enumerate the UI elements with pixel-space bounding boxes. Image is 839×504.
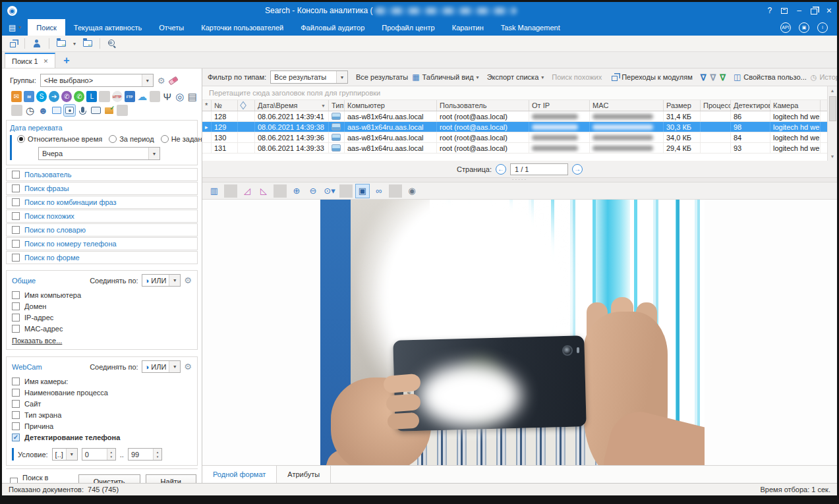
condition-to-stepper[interactable]: 99 ▴▾ (128, 448, 162, 461)
table-row[interactable]: 131 08.06.2021 14:39:33 aas-w81x64ru.aas… (202, 143, 837, 154)
keylogger-icon[interactable] (90, 105, 101, 116)
search-in-found-row[interactable]: Поиск в найденном (10, 476, 73, 484)
column-size[interactable]: Размер (664, 100, 701, 111)
column-filetype[interactable]: Тип фа (329, 100, 345, 111)
groups-settings-icon[interactable]: ⚙ (158, 76, 165, 86)
device-search-icon[interactable]: ◎ (175, 91, 185, 102)
usb-icon[interactable]: Ψ (162, 91, 173, 102)
eye-icon[interactable]: ◉ (405, 184, 419, 198)
lync-icon[interactable]: L (86, 91, 97, 102)
search-similar-button[interactable]: Поиск похожих (552, 73, 602, 81)
scroll-up-icon[interactable]: ▲ (830, 86, 835, 95)
menu-tab[interactable]: Файловый аудитор (292, 19, 373, 36)
ftp-icon[interactable]: FTP (125, 91, 135, 102)
zoom-in-icon[interactable]: ⊕ (290, 184, 303, 198)
common-settings-icon[interactable]: ⚙ (184, 275, 192, 285)
checkbox[interactable] (12, 171, 20, 179)
checkbox[interactable] (12, 314, 20, 322)
close-tab-icon[interactable]: ✕ (43, 58, 49, 65)
spin-down-icon[interactable]: ▾ (157, 455, 159, 459)
column-process[interactable]: Процесс (701, 100, 731, 111)
flip-left-icon[interactable]: ◿ (241, 184, 254, 198)
export-search-icon[interactable] (55, 38, 68, 49)
filter-checkbox-row[interactable]: Домен (12, 300, 192, 312)
export-dropdown-icon[interactable]: ▾ (73, 41, 76, 47)
filter-funnel-outline-icon[interactable]: ∇ (710, 72, 716, 82)
folder-check-icon[interactable] (103, 105, 115, 116)
all-results-button[interactable]: Все результаты (356, 73, 408, 81)
checkbox[interactable] (12, 389, 20, 397)
table-view-button[interactable]: ▦ Табличный вид ▾ (412, 72, 478, 82)
filter-checkbox-row[interactable]: Имя камеры: (12, 376, 192, 387)
table-scrollbar[interactable]: ▲ ▼ (827, 86, 837, 161)
viber-icon[interactable]: ✆ (61, 91, 72, 102)
webcam-icon[interactable] (64, 105, 75, 116)
export-list-button[interactable]: Экспорт списка ▾ (487, 73, 544, 81)
checkbox[interactable] (12, 325, 20, 333)
chevron-down-icon[interactable]: ▾ (66, 449, 77, 460)
column-user[interactable]: Пользователь (437, 100, 529, 111)
filter-checkbox-row[interactable]: Причина (12, 420, 192, 432)
layout-windows-icon[interactable] (6, 38, 19, 49)
checkbox[interactable] (12, 422, 20, 430)
import-search-icon[interactable] (81, 38, 94, 49)
chevron-down-icon[interactable]: ▾ (169, 361, 180, 372)
tab-poisk-1[interactable]: Поиск 1 ✕ (5, 53, 55, 68)
table-row[interactable]: 129 08.06.2021 14:39:38 aas-w81x64ru.aas… (202, 122, 837, 132)
radio-option[interactable]: За период (109, 135, 154, 143)
join-dropdown[interactable]: ◑ИЛИ ▾ (142, 274, 181, 287)
user-search-icon[interactable] (30, 38, 43, 49)
menu-tab[interactable]: Карточки пользователей (192, 19, 292, 36)
http-icon[interactable]: HTTP (112, 91, 123, 102)
filter-section[interactable]: Поиск по словарю (6, 223, 198, 237)
spin-down-icon[interactable]: ▾ (111, 455, 113, 459)
page-input[interactable]: 1 / 1 (510, 163, 568, 175)
im-icon[interactable]: IM (24, 91, 34, 102)
fit-window-icon[interactable]: ▣ (356, 184, 369, 198)
zoom-out-icon[interactable]: ⊖ (306, 184, 320, 198)
join-dropdown[interactable]: ◑ИЛИ ▾ (142, 360, 181, 373)
skype-icon[interactable]: S (36, 91, 47, 102)
goto-modules-button[interactable]: Переходы к модулям (610, 71, 693, 83)
help-button[interactable]: ? (767, 6, 772, 15)
chat-history-button[interactable]: ◷ История переписки (811, 73, 837, 82)
menu-tab[interactable]: Карантин (444, 19, 492, 36)
filter-section[interactable]: Поиск фразы (6, 182, 198, 195)
filter-checkbox-row[interactable]: Наименование процесса (12, 387, 192, 398)
app-menu-button[interactable]: ▤ ▾ (2, 19, 28, 36)
next-page-button[interactable]: → (572, 164, 583, 175)
column-mac[interactable]: MAC (590, 100, 664, 111)
filter-checkbox-row[interactable]: Имя компьютера (12, 289, 192, 300)
chevron-down-icon[interactable]: ▾ (336, 71, 347, 83)
scrollbar-thumb[interactable] (829, 96, 836, 121)
menu-tab[interactable]: Отчеты (150, 19, 192, 36)
find-button[interactable]: Найти (146, 474, 196, 483)
filter-checkbox-row[interactable]: Сайт (12, 398, 192, 409)
webcam-settings-icon[interactable]: ⚙ (184, 362, 192, 372)
restore-button[interactable] (811, 9, 817, 14)
eraser-icon[interactable] (169, 76, 179, 85)
checkbox[interactable] (12, 411, 20, 419)
filter-section[interactable]: Поиск по форме (6, 251, 198, 264)
viewer-tab[interactable]: Атрибуты (277, 466, 331, 483)
filter-checkbox-row[interactable]: IP-адрес (12, 312, 192, 323)
filter-type-dropdown[interactable]: Все результаты ▾ (270, 70, 348, 84)
user-time-icon[interactable]: ☻ (38, 105, 49, 116)
phone-detection-row[interactable]: Детектирование телефона (12, 432, 192, 443)
splitter-handle[interactable]: ····· (202, 178, 837, 182)
menu-tab[interactable]: Task Management (492, 19, 569, 36)
filter-checkbox-row[interactable]: MAC-адрес (12, 323, 192, 334)
prev-page-button[interactable]: ← (496, 164, 506, 175)
filter-section[interactable]: Пользователь (6, 168, 198, 181)
filter-section[interactable]: Поиск по комбинации фраз (6, 196, 198, 209)
column-detected[interactable]: Детектирова (731, 100, 770, 111)
checkbox[interactable] (12, 378, 20, 385)
api-icon[interactable]: API (780, 22, 791, 33)
save-image-icon[interactable]: ▥ (208, 184, 221, 198)
clock-icon[interactable]: ◷ (24, 105, 36, 116)
table-row[interactable]: 130 08.06.2021 14:39:36 aas-w81x64ru.aas… (202, 132, 837, 143)
column-num[interactable]: № (212, 100, 238, 111)
telegram-icon[interactable]: ➔ (49, 91, 59, 102)
checkbox[interactable] (12, 226, 20, 234)
scroll-down-icon[interactable]: ▼ (830, 152, 835, 161)
